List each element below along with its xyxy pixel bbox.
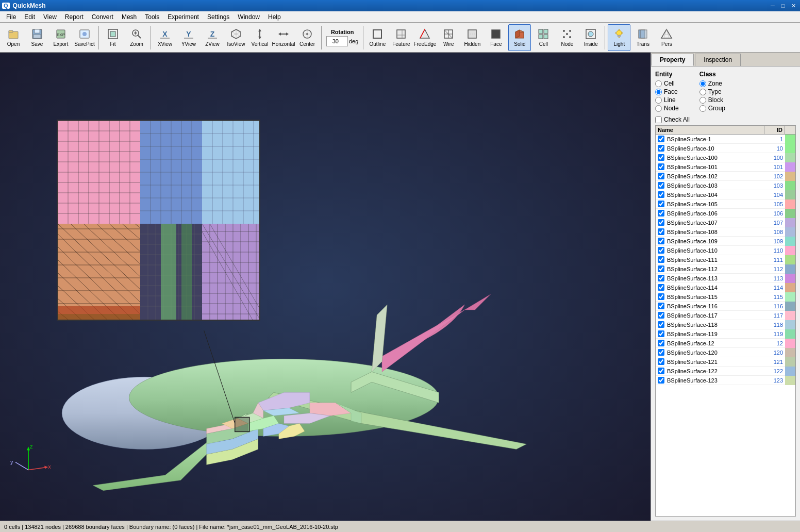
entity-checkbox[interactable] [658,284,664,291]
entity-checkbox[interactable] [658,330,664,337]
entity-row[interactable]: BSplineSurface-102 102 [656,172,795,181]
entity-checkbox[interactable] [658,238,664,244]
entity-row[interactable]: BSplineSurface-110 110 [656,246,795,255]
class-group-radio[interactable] [699,105,706,112]
entity-checkbox[interactable] [658,321,664,328]
menu-window[interactable]: Window [234,12,264,22]
entity-check-cell[interactable] [656,154,666,161]
entity-node-radio[interactable] [655,105,662,112]
entity-check-cell[interactable] [656,321,666,328]
node-button[interactable]: Node [556,24,578,51]
entity-check-cell[interactable] [656,340,666,346]
menu-edit[interactable]: Edit [20,12,39,22]
close-button[interactable]: ✕ [789,1,798,10]
entity-check-cell[interactable] [656,265,666,272]
horizontal-button[interactable]: Horizontal [272,24,295,51]
isoview-button[interactable]: IsoView [225,24,247,51]
entity-checkbox[interactable] [658,265,664,272]
open-button[interactable]: Open [2,24,25,51]
class-zone-radio[interactable] [699,80,706,87]
entity-check-cell[interactable] [656,358,666,365]
entity-row[interactable]: BSplineSurface-116 116 [656,302,795,311]
entity-checkbox[interactable] [658,210,664,217]
entity-row[interactable]: BSplineSurface-123 123 [656,376,795,385]
freeedge-button[interactable]: FreeEdge [413,24,436,51]
entity-row[interactable]: BSplineSurface-114 114 [656,283,795,292]
entity-check-cell[interactable] [656,238,666,244]
tab-property[interactable]: Property [651,54,694,66]
outline-button[interactable]: Outline [366,24,389,51]
entity-row[interactable]: BSplineSurface-103 103 [656,181,795,190]
entity-row[interactable]: BSplineSurface-113 113 [656,274,795,283]
entity-check-cell[interactable] [656,303,666,309]
entity-check-cell[interactable] [656,228,666,235]
entity-row[interactable]: BSplineSurface-12 12 [656,339,795,348]
entity-face-radio[interactable] [655,89,662,95]
entity-row[interactable]: BSplineSurface-115 115 [656,292,795,302]
entity-check-cell[interactable] [656,182,666,189]
entity-check-cell[interactable] [656,349,666,356]
entity-row[interactable]: BSplineSurface-120 120 [656,348,795,357]
entity-row[interactable]: BSplineSurface-121 121 [656,357,795,367]
entity-row[interactable]: BSplineSurface-101 101 [656,162,795,172]
menu-report[interactable]: Report [61,12,88,22]
feature-button[interactable]: Feature [390,24,412,51]
entity-check-cell[interactable] [656,284,666,291]
entity-checkbox[interactable] [658,349,664,356]
entity-row[interactable]: BSplineSurface-119 119 [656,329,795,339]
entity-line-radio[interactable] [655,97,662,104]
entity-checkbox[interactable] [658,247,664,254]
entity-checkbox[interactable] [658,173,664,179]
entity-row[interactable]: BSplineSurface-105 105 [656,200,795,209]
entity-checkbox[interactable] [658,191,664,198]
hidden-button[interactable]: Hidden [461,24,484,51]
menu-convert[interactable]: Convert [88,12,118,22]
entity-checkbox[interactable] [658,256,664,263]
entity-checkbox[interactable] [658,182,664,189]
zoom-button[interactable]: Zoom [125,24,148,51]
menu-experiment[interactable]: Experiment [163,12,203,22]
entity-check-cell[interactable] [656,368,666,374]
entity-checkbox[interactable] [658,377,664,384]
viewport[interactable]: z x y [0,53,651,521]
vertical-button[interactable]: Vertical [248,24,271,51]
entity-checkbox[interactable] [658,312,664,319]
class-block-radio[interactable] [699,97,706,104]
menu-help[interactable]: Help [264,12,285,22]
menu-tools[interactable]: Tools [141,12,163,22]
entity-checkbox[interactable] [658,228,664,235]
menu-mesh[interactable]: Mesh [118,12,141,22]
trans-button[interactable]: Trans [631,24,654,51]
entity-checkbox[interactable] [658,163,664,170]
entity-checkbox[interactable] [658,275,664,281]
wire-button[interactable]: Wire [437,24,460,51]
entity-check-cell[interactable] [656,136,666,142]
cell-button[interactable]: Cell [532,24,555,51]
class-type-radio[interactable] [699,89,706,95]
tab-inspection[interactable]: Inspection [695,54,741,66]
entity-checkbox[interactable] [658,368,664,374]
save-button[interactable]: Save [26,24,48,51]
entity-check-cell[interactable] [656,219,666,226]
zview-button[interactable]: Z ZView [201,24,224,51]
entity-checkbox[interactable] [658,293,664,300]
entity-list-scroll[interactable]: BSplineSurface-1 1 BSplineSurface-10 10 … [656,135,795,516]
xview-button[interactable]: X XView [154,24,176,51]
entity-check-cell[interactable] [656,312,666,319]
entity-checkbox[interactable] [658,136,664,142]
entity-row[interactable]: BSplineSurface-10 10 [656,144,795,153]
entity-check-cell[interactable] [656,275,666,281]
entity-check-cell[interactable] [656,145,666,152]
maximize-button[interactable]: □ [778,1,788,10]
check-all-checkbox[interactable] [655,117,662,123]
entity-row[interactable]: BSplineSurface-122 122 [656,367,795,376]
yview-button[interactable]: Y YView [177,24,200,51]
fit-button[interactable]: Fit [102,24,124,51]
entity-row[interactable]: BSplineSurface-1 1 [656,135,795,144]
entity-checkbox[interactable] [658,303,664,309]
entity-checkbox[interactable] [658,145,664,152]
entity-check-cell[interactable] [656,247,666,254]
entity-row[interactable]: BSplineSurface-107 107 [656,218,795,227]
menu-view[interactable]: View [39,12,61,22]
entity-check-cell[interactable] [656,256,666,263]
